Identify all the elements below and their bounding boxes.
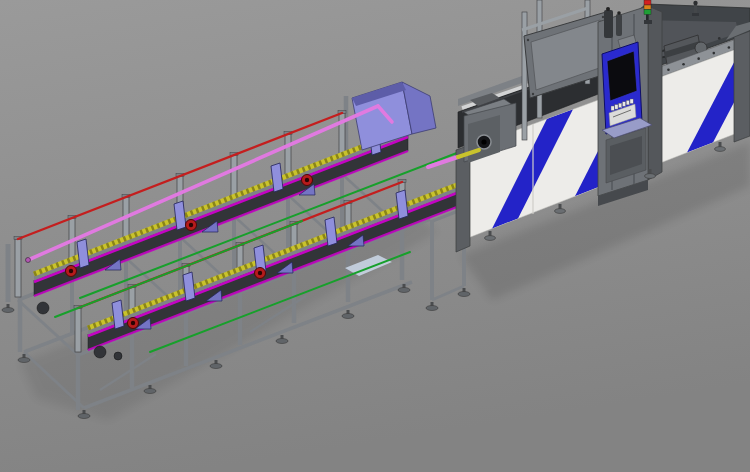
foot-pad [398,288,410,293]
hmi-key [615,105,618,110]
bolt-dot [697,57,700,60]
machine-foot-pad [715,147,726,152]
foot-pad [78,414,90,419]
laser-collimator [604,10,613,38]
tower-light-green [644,10,651,15]
bolt-dot [718,37,721,40]
collimator-tip [606,7,610,11]
machine-right-trim [734,31,750,142]
hmi-key [611,106,614,111]
foot-pad [2,308,14,313]
sprocket-hub [189,223,193,227]
screw-dot [602,16,604,18]
signal-tower [644,0,652,24]
bolt-dot [712,52,715,55]
tower-lights [644,0,651,15]
sprocket-hub [258,271,262,275]
laser-collimator-small [616,14,622,36]
bolt-dot [667,68,670,71]
bolt-dot [728,46,731,49]
hmi-key [622,102,625,107]
foot-pad [210,364,222,369]
bolt-dot [682,63,685,66]
rack-post [75,308,81,352]
tube-laser-machine-scene [0,0,750,472]
machine-foot-pad [645,174,656,179]
tower-light-amber [644,5,651,10]
roller-knob [94,346,106,358]
collimator-tip [617,11,621,15]
antenna-base [692,13,699,16]
cad-render-stage [0,0,750,472]
foot-pad [18,358,30,363]
screw-dot [532,93,534,95]
hmi-key [626,100,629,105]
roller-knob [26,258,31,263]
sprocket-hub [69,269,73,273]
hmi-key [619,103,622,108]
machine-foot-pad [485,236,496,241]
screw-dot [527,39,529,41]
sprocket-hub [131,321,135,325]
foot-pad [426,306,438,311]
sprocket-hub [305,178,309,182]
rack-post [15,239,21,297]
roller-knob [37,302,49,314]
column-side-face [648,6,662,180]
tower-base [644,20,652,24]
machine-foot-pad [555,209,566,214]
tower-light-red [644,0,651,5]
chuck-bore-center [481,139,486,144]
foot-pad [458,292,470,297]
antenna-cap [693,1,697,5]
foot-pad [342,314,354,319]
foot-pad [276,339,288,344]
roller-knob [114,352,122,360]
hmi-key [630,99,633,104]
foot-pad [144,389,156,394]
